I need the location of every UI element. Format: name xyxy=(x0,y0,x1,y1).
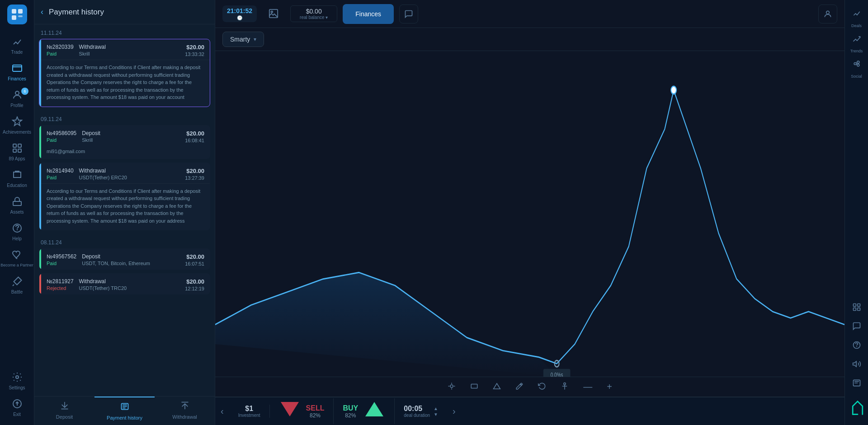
transaction-header: №2811927 Rejected Withdrawal USDT(Tether… xyxy=(41,274,210,294)
sidebar-item-apps[interactable]: 89 Apps xyxy=(0,138,34,165)
payment-title: Payment history xyxy=(49,8,104,17)
transaction-content: №49586095 Paid Deposit Skrill $20.00 16:… xyxy=(41,126,210,159)
sell-label: SELL xyxy=(306,404,325,412)
partner-icon xyxy=(11,248,24,261)
tab-payment-history[interactable]: Payment history xyxy=(94,397,155,425)
transaction-amount: $20.00 xyxy=(185,253,204,260)
volume-button[interactable] xyxy=(848,355,865,373)
social-button[interactable] xyxy=(848,55,865,72)
date-header-2: 09.11.24 xyxy=(39,111,210,125)
transaction-status: Paid xyxy=(47,261,76,266)
svg-rect-3 xyxy=(18,15,23,17)
sidebar-item-settings[interactable]: Settings xyxy=(0,367,34,394)
transaction-content: №2814940 Paid Withdrawal USDT(Tether) ER… xyxy=(41,163,210,230)
svg-rect-11 xyxy=(18,149,21,152)
sidebar-item-profile[interactable]: Profile 6 xyxy=(0,85,34,112)
tab-withdrawal-label: Withdrawal xyxy=(172,414,197,420)
finances-button[interactable]: Finances xyxy=(343,4,394,24)
duration-up-arrow[interactable]: ▲ xyxy=(434,406,438,411)
back-button[interactable]: ‹ xyxy=(41,7,43,17)
transaction-header: №2820339 Paid Withdrawal Skrill $20.00 1… xyxy=(41,39,210,60)
balance-button[interactable]: $0.00 real balance ▾ xyxy=(290,5,337,22)
trends-button[interactable] xyxy=(848,30,865,47)
tab-withdrawal[interactable]: Withdrawal xyxy=(155,397,215,425)
buy-info: BUY 82% xyxy=(343,404,358,419)
tab-deposit-label: Deposit xyxy=(56,414,73,420)
date-header-1: 11.11.24 xyxy=(39,24,210,39)
duration-label: deal duration xyxy=(404,413,430,418)
transaction-2811927[interactable]: №2811927 Rejected Withdrawal USDT(Tether… xyxy=(39,273,210,294)
history-right-button[interactable] xyxy=(848,374,865,392)
svg-point-18 xyxy=(271,11,273,13)
pen-button[interactable] xyxy=(512,380,527,394)
payment-history-tab-icon xyxy=(120,402,129,413)
smarty-bar: Smarty ▾ xyxy=(215,28,844,51)
transaction-amount: $20.00 xyxy=(185,168,204,174)
svg-rect-10 xyxy=(13,149,16,152)
transaction-49586095[interactable]: №49586095 Paid Deposit Skrill $20.00 16:… xyxy=(39,125,210,159)
svg-marker-38 xyxy=(853,361,856,367)
image-button[interactable] xyxy=(262,6,285,22)
transaction-email: mi91@gmail.com xyxy=(41,146,210,159)
duration-down-arrow[interactable]: ▼ xyxy=(434,412,438,417)
clock-time: 21:01:52 xyxy=(227,7,252,14)
sidebar-item-battle[interactable]: Battle xyxy=(0,271,34,298)
triangle-button[interactable] xyxy=(489,380,505,394)
transaction-left: №2814940 Paid xyxy=(47,168,74,180)
trading-bar: ‹ $1 Investment SELL 82% BUY 82% xyxy=(215,397,844,425)
sidebar-item-finances[interactable]: Finances xyxy=(0,58,34,85)
partner-label: Become a Partner xyxy=(0,263,33,268)
scroll-right-button[interactable]: › xyxy=(447,406,461,416)
crosshair-button[interactable] xyxy=(444,380,459,394)
help-right-button[interactable] xyxy=(848,336,865,354)
clock-button[interactable]: 21:01:52 🕑 xyxy=(222,5,257,22)
chat-button[interactable] xyxy=(399,5,418,23)
tab-deposit[interactable]: Deposit xyxy=(34,397,94,425)
transaction-type: Withdrawal xyxy=(79,44,180,50)
settings-label: Settings xyxy=(9,385,25,390)
sidebar-item-education[interactable]: Education xyxy=(0,165,34,191)
plus-icon: + xyxy=(607,382,612,392)
rectangle-button[interactable] xyxy=(467,380,482,394)
sidebar-item-partner[interactable]: Become a Partner xyxy=(0,245,34,271)
transaction-number: №2820339 xyxy=(47,44,74,50)
transaction-number: №2811927 xyxy=(47,278,74,285)
transaction-right: $20.00 16:08:41 xyxy=(185,130,204,143)
clock-label: 🕑 xyxy=(237,15,242,20)
anchor-button[interactable] xyxy=(557,380,572,394)
user-button[interactable] xyxy=(818,5,837,23)
sidebar-item-exit[interactable]: Exit xyxy=(0,394,34,420)
smarty-dropdown[interactable]: Smarty ▾ xyxy=(222,32,264,47)
refresh-button[interactable] xyxy=(534,380,550,394)
scroll-left-button[interactable]: ‹ xyxy=(215,406,229,416)
zoom-in-button[interactable]: + xyxy=(603,380,616,394)
duration-arrows[interactable]: ▲ ▼ xyxy=(434,406,438,417)
svg-marker-29 xyxy=(365,402,383,416)
transaction-mid: Withdrawal USDT(Tether) TRC20 xyxy=(74,278,185,291)
sidebar-item-assets[interactable]: Assets xyxy=(0,191,34,218)
investment-label: Investment xyxy=(238,413,260,418)
svg-point-32 xyxy=(857,64,859,66)
chat-right-button[interactable] xyxy=(848,318,865,335)
main-area: 21:01:52 🕑 $0.00 real balance ▾ Finances xyxy=(215,0,844,425)
transaction-2814940[interactable]: №2814940 Paid Withdrawal USDT(Tether) ER… xyxy=(39,163,210,231)
layout-button[interactable] xyxy=(848,299,865,316)
transaction-left: №2811927 Rejected xyxy=(47,278,74,291)
sidebar-item-help[interactable]: Help xyxy=(0,218,34,245)
app-logo[interactable] xyxy=(7,5,27,24)
transaction-time: 16:07:51 xyxy=(185,261,204,266)
buy-box[interactable]: BUY 82% xyxy=(334,398,395,424)
zoom-out-button[interactable]: — xyxy=(580,380,596,394)
sell-box[interactable]: SELL 82% xyxy=(270,398,334,424)
sidebar-item-trade[interactable]: Trade xyxy=(0,32,34,58)
svg-point-21 xyxy=(671,86,676,94)
sidebar-item-achievements[interactable]: Achievements xyxy=(0,112,34,138)
chart-area: 0.0%s xyxy=(215,51,844,377)
transaction-method: Skrill xyxy=(79,51,180,56)
transaction-right: $20.00 12:12:19 xyxy=(185,278,204,291)
investment-value: $1 xyxy=(245,405,253,413)
transaction-2820339[interactable]: №2820339 Paid Withdrawal Skrill $20.00 1… xyxy=(39,39,210,107)
transaction-49567562[interactable]: №49567562 Paid Deposit USDT, TON, Bitcoi… xyxy=(39,248,210,270)
deals-button[interactable] xyxy=(848,5,865,22)
transaction-status: Paid xyxy=(47,51,74,56)
